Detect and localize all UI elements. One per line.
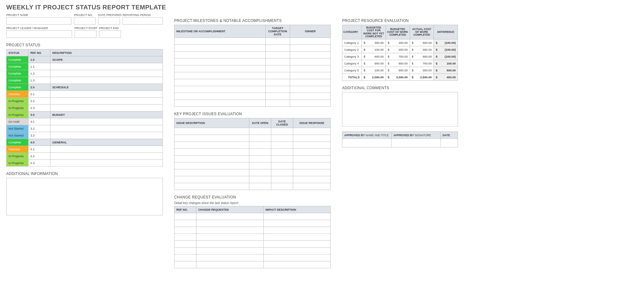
empty-cell[interactable] (174, 52, 266, 59)
empty-cell[interactable] (271, 156, 293, 162)
meta-input[interactable] (122, 17, 163, 25)
empty-cell[interactable] (266, 59, 290, 65)
empty-cell[interactable] (293, 169, 331, 176)
empty-cell[interactable] (174, 142, 249, 149)
empty-cell[interactable] (174, 234, 196, 241)
status-cell[interactable]: Complete (7, 63, 29, 70)
empty-cell[interactable] (174, 183, 249, 190)
empty-cell[interactable] (174, 100, 266, 107)
empty-cell[interactable] (174, 156, 249, 162)
status-cell[interactable]: Not Started (7, 132, 29, 139)
empty-cell[interactable] (196, 254, 264, 261)
approval-name-cell[interactable] (342, 139, 392, 147)
empty-cell[interactable] (249, 183, 271, 190)
empty-cell[interactable] (174, 169, 249, 176)
empty-cell[interactable] (290, 72, 331, 79)
empty-cell[interactable] (249, 149, 271, 156)
empty-cell[interactable] (174, 128, 249, 135)
empty-cell[interactable] (174, 59, 266, 65)
empty-cell[interactable] (263, 261, 331, 268)
empty-cell[interactable] (174, 135, 249, 142)
empty-cell[interactable] (196, 227, 264, 234)
empty-cell[interactable] (249, 142, 271, 149)
empty-cell[interactable] (174, 241, 196, 248)
empty-cell[interactable] (263, 248, 331, 254)
empty-cell[interactable] (290, 38, 331, 45)
empty-cell[interactable] (249, 176, 271, 183)
empty-cell[interactable] (271, 135, 293, 142)
empty-cell[interactable] (293, 156, 331, 162)
empty-cell[interactable] (290, 65, 331, 72)
empty-cell[interactable] (266, 45, 290, 52)
approval-date-cell[interactable] (441, 139, 458, 147)
status-cell[interactable]: In Progress (7, 111, 29, 118)
empty-cell[interactable] (249, 128, 271, 135)
empty-cell[interactable] (271, 142, 293, 149)
status-cell[interactable]: In Progress (7, 105, 29, 111)
empty-cell[interactable] (249, 156, 271, 162)
meta-input[interactable] (75, 30, 96, 38)
empty-cell[interactable] (196, 248, 264, 254)
meta-input[interactable] (99, 30, 121, 38)
empty-cell[interactable] (266, 38, 290, 45)
status-cell[interactable]: Complete (7, 56, 29, 63)
empty-cell[interactable] (266, 93, 290, 100)
empty-cell[interactable] (293, 176, 331, 183)
empty-cell[interactable] (266, 72, 290, 79)
empty-cell[interactable] (174, 162, 249, 169)
status-cell[interactable]: Overdue (7, 146, 29, 153)
empty-cell[interactable] (290, 86, 331, 93)
empty-cell[interactable] (263, 234, 331, 241)
meta-input[interactable] (74, 17, 96, 25)
empty-cell[interactable] (174, 149, 249, 156)
empty-cell[interactable] (290, 79, 331, 86)
empty-cell[interactable] (266, 65, 290, 72)
empty-cell[interactable] (263, 213, 331, 220)
empty-cell[interactable] (174, 38, 266, 45)
empty-cell[interactable] (293, 128, 331, 135)
empty-cell[interactable] (263, 254, 331, 261)
empty-cell[interactable] (196, 220, 264, 227)
empty-cell[interactable] (174, 65, 266, 72)
empty-cell[interactable] (249, 162, 271, 169)
status-cell[interactable]: Complete (7, 84, 29, 91)
empty-cell[interactable] (174, 227, 196, 234)
empty-cell[interactable] (271, 128, 293, 135)
status-cell[interactable]: Complete (7, 77, 29, 84)
meta-input[interactable] (6, 17, 71, 25)
empty-cell[interactable] (174, 220, 196, 227)
empty-cell[interactable] (174, 72, 266, 79)
empty-cell[interactable] (196, 234, 264, 241)
empty-cell[interactable] (266, 100, 290, 107)
empty-cell[interactable] (290, 45, 331, 52)
empty-cell[interactable] (174, 79, 266, 86)
status-cell[interactable]: Not Started (7, 125, 29, 132)
empty-cell[interactable] (196, 241, 264, 248)
empty-cell[interactable] (174, 93, 266, 100)
approval-signature-cell[interactable] (392, 139, 441, 147)
empty-cell[interactable] (290, 52, 331, 59)
empty-cell[interactable] (290, 100, 331, 107)
meta-input[interactable] (98, 17, 120, 25)
empty-cell[interactable] (271, 183, 293, 190)
empty-cell[interactable] (290, 93, 331, 100)
empty-cell[interactable] (266, 86, 290, 93)
status-cell[interactable]: On Hold (7, 118, 29, 125)
status-cell[interactable]: In Progress (7, 98, 29, 105)
empty-cell[interactable] (263, 241, 331, 248)
empty-cell[interactable] (293, 149, 331, 156)
status-cell[interactable]: In Progress (7, 160, 29, 167)
status-cell[interactable]: In Progress (7, 153, 29, 160)
empty-cell[interactable] (174, 254, 196, 261)
empty-cell[interactable] (271, 176, 293, 183)
empty-cell[interactable] (249, 169, 271, 176)
empty-cell[interactable] (293, 135, 331, 142)
empty-cell[interactable] (293, 142, 331, 149)
additional-info-box[interactable] (6, 178, 163, 215)
empty-cell[interactable] (174, 261, 196, 268)
status-cell[interactable]: Complete (7, 139, 29, 146)
empty-cell[interactable] (174, 176, 249, 183)
empty-cell[interactable] (290, 59, 331, 65)
status-cell[interactable]: Complete (7, 70, 29, 77)
empty-cell[interactable] (271, 149, 293, 156)
